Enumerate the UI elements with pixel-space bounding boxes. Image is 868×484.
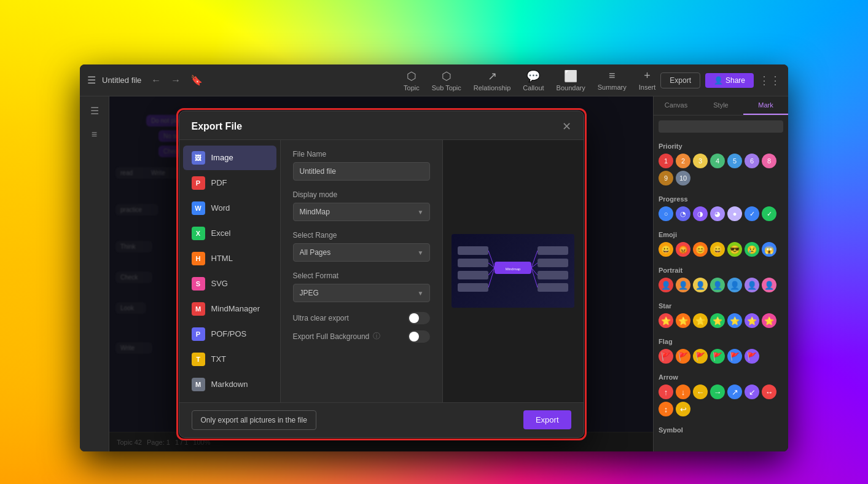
arrow-icon[interactable]: ↙	[745, 384, 759, 399]
format-item-pdf[interactable]: P PDF	[183, 171, 276, 195]
portrait-icon[interactable]: 👤	[727, 278, 742, 292]
portrait-icon[interactable]: 👤	[693, 278, 708, 292]
redo-button[interactable]: →	[167, 72, 184, 88]
portrait-icon[interactable]: 👤	[762, 278, 776, 292]
progress-icon[interactable]: ✓	[745, 206, 759, 221]
export-pictures-button[interactable]: Only export all pictures in the file	[192, 410, 316, 430]
progress-icon[interactable]: ◔	[676, 206, 690, 221]
emoji-icon[interactable]: 😢	[745, 242, 759, 257]
arrow-icon[interactable]: ↩	[676, 402, 690, 416]
tab-canvas[interactable]: Canvas	[654, 96, 698, 115]
priority-3[interactable]: 3	[693, 154, 708, 168]
image-format-label: Image	[211, 153, 233, 162]
star-icon[interactable]: ⭐	[676, 313, 690, 328]
star-icon[interactable]: ⭐	[762, 313, 776, 328]
tab-style[interactable]: Style	[698, 96, 743, 115]
star-icon[interactable]: ⭐	[659, 313, 673, 328]
arrow-icon[interactable]: ↓	[676, 384, 690, 399]
flag-icon[interactable]: 🚩	[727, 349, 742, 364]
arrow-icon[interactable]: →	[710, 384, 725, 399]
grid-icon[interactable]: ⋮⋮	[759, 74, 781, 87]
progress-icon[interactable]: ✓	[762, 206, 776, 221]
format-item-word[interactable]: W Word	[183, 196, 276, 221]
share-button[interactable]: 👤 Share	[705, 73, 754, 88]
tab-mark[interactable]: Mark	[743, 96, 788, 115]
summary-icon: ≡	[609, 69, 616, 82]
toolbar-subtopic[interactable]: ⬡ Sub Topic	[432, 69, 461, 92]
arrow-icon[interactable]: ↗	[727, 384, 742, 399]
toolbar-boundary[interactable]: ⬜ Boundary	[557, 69, 585, 92]
format-item-excel[interactable]: X Excel	[183, 221, 276, 246]
priority-section: Priority 1 2 3 4 5 6 8 9 10	[654, 138, 788, 190]
flag-icon[interactable]: 🚩	[693, 349, 708, 364]
ultra-clear-toggle[interactable]	[408, 312, 430, 324]
select-format-select[interactable]: JPEG PNG WebP	[293, 284, 430, 302]
toolbar-summary[interactable]: ≡ Summary	[598, 69, 627, 91]
do-export-button[interactable]: Export	[523, 410, 571, 429]
dialog-close-button[interactable]: ✕	[562, 121, 571, 132]
priority-1[interactable]: 1	[659, 154, 673, 168]
format-item-markdown[interactable]: M Markdown	[183, 372, 276, 397]
flag-icon[interactable]: 🚩	[745, 349, 759, 364]
emoji-icon[interactable]: 😊	[693, 242, 708, 257]
summary-label: Summary	[598, 84, 627, 91]
emoji-icon[interactable]: 😡	[676, 242, 690, 257]
export-bg-toggle[interactable]	[408, 330, 430, 343]
toolbar-topic[interactable]: ⬡ Topic	[404, 69, 420, 92]
priority-8[interactable]: 9	[659, 171, 673, 185]
flag-icon[interactable]: 🚩	[676, 349, 690, 364]
format-item-txt[interactable]: T TXT	[183, 347, 276, 372]
display-mode-select[interactable]: MindMap Outline Gantt	[293, 203, 430, 221]
file-name-input[interactable]	[293, 162, 430, 181]
subtopic-icon: ⬡	[442, 69, 452, 83]
arrow-icon[interactable]: ↑	[659, 384, 673, 399]
progress-icon[interactable]: ○	[659, 206, 673, 221]
arrow-icon[interactable]: ←	[693, 384, 708, 399]
portrait-icon[interactable]: 👤	[710, 278, 725, 292]
priority-7[interactable]: 8	[762, 154, 776, 168]
star-icon[interactable]: ⭐	[745, 313, 759, 328]
format-item-svg[interactable]: S SVG	[183, 271, 276, 296]
format-item-pofpos[interactable]: P POF/POS	[183, 322, 276, 346]
portrait-icon[interactable]: 👤	[676, 278, 690, 292]
progress-icon[interactable]: ◕	[710, 206, 725, 221]
toolbar-relationship[interactable]: ↗ Relationship	[474, 69, 511, 92]
format-item-mindmanager[interactable]: M MindManager	[183, 297, 276, 321]
star-icon[interactable]: ⭐	[710, 313, 725, 328]
progress-icon[interactable]: ●	[727, 206, 742, 221]
menu-icon[interactable]: ☰	[87, 74, 96, 86]
sidebar-list-icon[interactable]: ≡	[88, 125, 101, 144]
emoji-icon[interactable]: 😄	[710, 242, 725, 257]
toolbar-insert[interactable]: + Insert	[639, 69, 656, 91]
arrow-icon[interactable]: ↕	[659, 402, 673, 416]
ultra-clear-row: Ultra clear export	[293, 312, 430, 324]
priority-9[interactable]: 10	[676, 171, 690, 185]
sidebar-toggle-icon[interactable]: ☰	[87, 101, 103, 120]
undo-button[interactable]: ←	[147, 72, 165, 88]
bookmark-button[interactable]: 🔖	[187, 72, 206, 88]
emoji-icon[interactable]: 😱	[762, 242, 776, 257]
portrait-icon[interactable]: 👤	[659, 278, 673, 292]
star-icon[interactable]: ⭐	[727, 313, 742, 328]
priority-2[interactable]: 2	[676, 154, 690, 168]
share-icon: 👤	[714, 76, 723, 85]
flag-icon[interactable]: 🚩	[659, 349, 673, 364]
emoji-icon[interactable]: 😎	[727, 242, 742, 257]
progress-icon[interactable]: ◑	[693, 206, 708, 221]
toolbar-callout[interactable]: 💬 Callout	[523, 69, 544, 92]
format-item-image[interactable]: 🖼 Image	[183, 146, 276, 170]
priority-4[interactable]: 4	[710, 154, 725, 168]
priority-6[interactable]: 6	[745, 154, 759, 168]
svg-rect-7	[538, 259, 568, 267]
emoji-icon[interactable]: 😀	[659, 242, 673, 257]
portrait-icon[interactable]: 👤	[745, 278, 759, 292]
flag-icon[interactable]: 🚩	[710, 349, 725, 364]
export-toolbar-button[interactable]: Export	[660, 72, 700, 88]
svg-rect-4	[458, 271, 488, 279]
priority-5[interactable]: 5	[727, 154, 742, 168]
format-item-html[interactable]: H HTML	[183, 246, 276, 271]
select-range-select[interactable]: All Pages Current Page Selected	[293, 243, 430, 262]
arrow-icon[interactable]: ↔	[762, 384, 776, 399]
panel-search-input[interactable]	[659, 120, 783, 133]
star-icon[interactable]: ⭐	[693, 313, 708, 328]
